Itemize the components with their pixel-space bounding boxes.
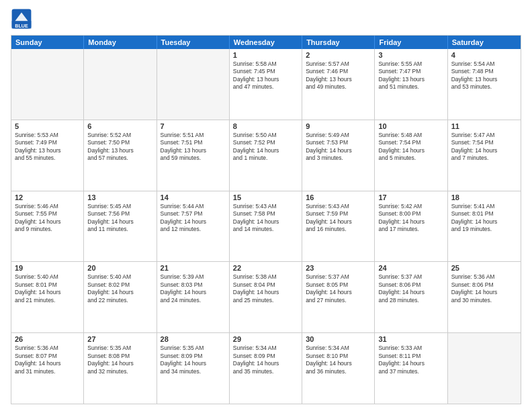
weekday-header: Monday [84,36,157,49]
calendar-cell [84,49,157,120]
day-number: 17 [378,193,443,201]
cell-info: Sunrise: 5:39 AM Sunset: 8:03 PM Dayligh… [161,273,226,304]
day-number: 23 [306,264,371,272]
logo: BLUE [11,8,35,30]
weekday-header: Sunday [11,36,84,49]
calendar-cell: 17Sunrise: 5:42 AM Sunset: 8:00 PM Dayli… [375,191,447,262]
calendar-body: 1Sunrise: 5:58 AM Sunset: 7:45 PM Daylig… [11,49,521,404]
cell-info: Sunrise: 5:52 AM Sunset: 7:50 PM Dayligh… [87,132,152,163]
calendar-cell: 25Sunrise: 5:36 AM Sunset: 8:06 PM Dayli… [448,262,521,332]
calendar-cell: 1Sunrise: 5:58 AM Sunset: 7:45 PM Daylig… [230,49,302,120]
cell-info: Sunrise: 5:41 AM Sunset: 8:01 PM Dayligh… [451,203,517,234]
day-number: 11 [451,122,517,130]
day-number: 31 [378,335,443,343]
day-number: 30 [306,335,371,343]
cell-info: Sunrise: 5:34 AM Sunset: 8:09 PM Dayligh… [233,345,298,375]
page: BLUE SundayMondayTuesdayWednesdayThursda… [0,0,532,411]
day-number: 12 [15,193,80,201]
day-number: 27 [87,335,152,343]
day-number: 4 [451,51,517,59]
cell-info: Sunrise: 5:43 AM Sunset: 7:58 PM Dayligh… [233,203,298,234]
cell-info: Sunrise: 5:40 AM Sunset: 8:01 PM Dayligh… [15,273,80,304]
cell-info: Sunrise: 5:58 AM Sunset: 7:45 PM Dayligh… [233,60,298,91]
calendar-cell: 20Sunrise: 5:40 AM Sunset: 8:02 PM Dayli… [84,262,157,332]
day-number: 22 [233,264,298,272]
calendar-cell: 14Sunrise: 5:44 AM Sunset: 7:57 PM Dayli… [157,191,230,262]
calendar-cell: 3Sunrise: 5:55 AM Sunset: 7:47 PM Daylig… [375,49,447,120]
calendar-cell: 9Sunrise: 5:49 AM Sunset: 7:53 PM Daylig… [302,120,375,191]
cell-info: Sunrise: 5:33 AM Sunset: 8:11 PM Dayligh… [378,345,443,375]
calendar-cell: 8Sunrise: 5:50 AM Sunset: 7:52 PM Daylig… [230,120,302,191]
header: BLUE [11,8,521,30]
cell-info: Sunrise: 5:51 AM Sunset: 7:51 PM Dayligh… [161,132,226,163]
cell-info: Sunrise: 5:53 AM Sunset: 7:49 PM Dayligh… [15,132,80,163]
weekday-header: Thursday [302,36,375,49]
day-number: 2 [306,51,371,59]
day-number: 15 [233,193,298,201]
calendar-cell: 28Sunrise: 5:35 AM Sunset: 8:09 PM Dayli… [157,333,230,404]
calendar-cell: 2Sunrise: 5:57 AM Sunset: 7:46 PM Daylig… [302,49,375,120]
day-number: 5 [15,122,80,130]
day-number: 28 [161,335,226,343]
day-number: 1 [233,51,298,59]
calendar-cell: 31Sunrise: 5:33 AM Sunset: 8:11 PM Dayli… [375,333,447,404]
calendar-row: 19Sunrise: 5:40 AM Sunset: 8:01 PM Dayli… [11,261,521,332]
weekday-header: Tuesday [157,36,230,49]
calendar-cell: 5Sunrise: 5:53 AM Sunset: 7:49 PM Daylig… [11,120,84,191]
calendar-row: 12Sunrise: 5:46 AM Sunset: 7:55 PM Dayli… [11,191,521,262]
cell-info: Sunrise: 5:38 AM Sunset: 8:04 PM Dayligh… [233,273,298,304]
cell-info: Sunrise: 5:44 AM Sunset: 7:57 PM Dayligh… [161,203,226,234]
day-number: 29 [233,335,298,343]
calendar-cell: 10Sunrise: 5:48 AM Sunset: 7:54 PM Dayli… [375,120,447,191]
calendar-cell: 24Sunrise: 5:37 AM Sunset: 8:06 PM Dayli… [375,262,447,332]
calendar-cell: 21Sunrise: 5:39 AM Sunset: 8:03 PM Dayli… [157,262,230,332]
calendar-cell: 13Sunrise: 5:45 AM Sunset: 7:56 PM Dayli… [84,191,157,262]
svg-text:BLUE: BLUE [15,23,28,29]
calendar-cell: 4Sunrise: 5:54 AM Sunset: 7:48 PM Daylig… [448,49,521,120]
cell-info: Sunrise: 5:43 AM Sunset: 7:59 PM Dayligh… [306,203,371,234]
day-number: 9 [306,122,371,130]
weekday-header: Friday [375,36,447,49]
cell-info: Sunrise: 5:34 AM Sunset: 8:10 PM Dayligh… [306,345,371,375]
cell-info: Sunrise: 5:50 AM Sunset: 7:52 PM Dayligh… [233,132,298,163]
day-number: 3 [378,51,443,59]
cell-info: Sunrise: 5:35 AM Sunset: 8:09 PM Dayligh… [161,345,226,375]
day-number: 18 [451,193,517,201]
cell-info: Sunrise: 5:57 AM Sunset: 7:46 PM Dayligh… [306,60,371,91]
calendar-cell [157,49,230,120]
weekday-header: Wednesday [230,36,302,49]
calendar-cell [448,333,521,404]
day-number: 26 [15,335,80,343]
calendar-cell: 27Sunrise: 5:35 AM Sunset: 8:08 PM Dayli… [84,333,157,404]
day-number: 14 [161,193,226,201]
cell-info: Sunrise: 5:35 AM Sunset: 8:08 PM Dayligh… [87,345,152,375]
logo-icon: BLUE [11,8,32,30]
calendar-row: 5Sunrise: 5:53 AM Sunset: 7:49 PM Daylig… [11,120,521,191]
calendar-cell: 16Sunrise: 5:43 AM Sunset: 7:59 PM Dayli… [302,191,375,262]
calendar-cell: 11Sunrise: 5:47 AM Sunset: 7:54 PM Dayli… [448,120,521,191]
cell-info: Sunrise: 5:55 AM Sunset: 7:47 PM Dayligh… [378,60,443,91]
day-number: 25 [451,264,517,272]
cell-info: Sunrise: 5:47 AM Sunset: 7:54 PM Dayligh… [451,132,517,163]
cell-info: Sunrise: 5:37 AM Sunset: 8:06 PM Dayligh… [378,273,443,304]
calendar-cell: 22Sunrise: 5:38 AM Sunset: 8:04 PM Dayli… [230,262,302,332]
calendar-cell: 19Sunrise: 5:40 AM Sunset: 8:01 PM Dayli… [11,262,84,332]
calendar-cell: 15Sunrise: 5:43 AM Sunset: 7:58 PM Dayli… [230,191,302,262]
calendar-cell: 30Sunrise: 5:34 AM Sunset: 8:10 PM Dayli… [302,333,375,404]
calendar-cell: 23Sunrise: 5:37 AM Sunset: 8:05 PM Dayli… [302,262,375,332]
day-number: 7 [161,122,226,130]
day-number: 10 [378,122,443,130]
calendar-cell: 29Sunrise: 5:34 AM Sunset: 8:09 PM Dayli… [230,333,302,404]
day-number: 19 [15,264,80,272]
cell-info: Sunrise: 5:54 AM Sunset: 7:48 PM Dayligh… [451,60,517,91]
cell-info: Sunrise: 5:36 AM Sunset: 8:06 PM Dayligh… [451,273,517,304]
day-number: 13 [87,193,152,201]
weekday-header: Saturday [448,36,521,49]
calendar-cell: 26Sunrise: 5:36 AM Sunset: 8:07 PM Dayli… [11,333,84,404]
day-number: 21 [161,264,226,272]
cell-info: Sunrise: 5:36 AM Sunset: 8:07 PM Dayligh… [15,345,80,375]
calendar-row: 1Sunrise: 5:58 AM Sunset: 7:45 PM Daylig… [11,49,521,120]
calendar: SundayMondayTuesdayWednesdayThursdayFrid… [11,35,521,404]
calendar-cell: 6Sunrise: 5:52 AM Sunset: 7:50 PM Daylig… [84,120,157,191]
cell-info: Sunrise: 5:37 AM Sunset: 8:05 PM Dayligh… [306,273,371,304]
